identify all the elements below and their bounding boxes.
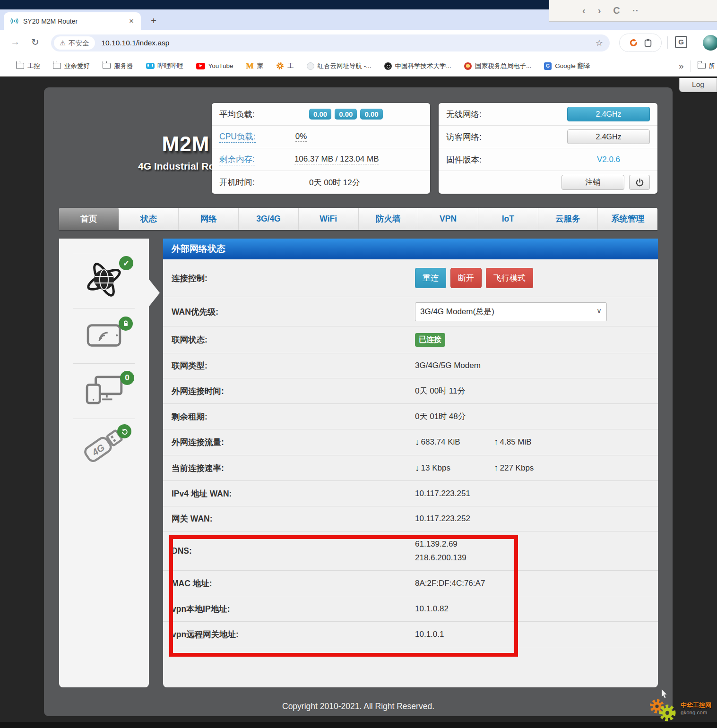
tab-title: SY20 M2M Router [23, 17, 127, 25]
vpn-local-ip-value: 10.1.0.82 [415, 604, 449, 614]
firmware-version-link[interactable]: V2.0.6 [567, 155, 650, 164]
bookmarks-list: 工控 业余爱好 服务器 哔哩哔哩 YouTube M家 工 红杏云网址导航 -.… [0, 61, 679, 71]
sidebar-item-4g-modem[interactable]: 4G [59, 419, 149, 474]
extension-clipboard-icon[interactable] [644, 39, 652, 47]
tab-close-icon[interactable]: × [127, 17, 136, 26]
reload-button[interactable]: ↻ [31, 36, 39, 48]
reconnect-button[interactable]: 重连 [415, 268, 446, 288]
row-gateway-wan: 网关 WAN: 10.117.223.252 [163, 506, 658, 531]
guest-band-button[interactable]: 2.4GHz [567, 129, 650, 144]
main-nav: 首页 状态 网络 3G/4G WiFi 防火墙 VPN IoT 云服务 系统管理 [59, 208, 657, 230]
m-icon: M [246, 61, 254, 71]
extension-orange-icon[interactable] [629, 38, 638, 47]
row-vpn-local-ip: vpn本地IP地址: 10.1.0.82 [163, 596, 658, 622]
translate-toolbar-icon[interactable]: G [675, 36, 687, 48]
speed-down-value: 13 Kbps [421, 463, 450, 473]
lock-badge [119, 317, 133, 331]
youtube-icon [196, 63, 205, 69]
uptime-row: 开机时间: 0天 00时 12分 [212, 171, 430, 194]
lock-icon [122, 320, 129, 327]
logout-button[interactable]: 注销 [562, 175, 624, 190]
translate-icon: G [544, 62, 552, 70]
row-ipv4-wan: IPv4 地址 WAN: 10.117.223.251 [163, 481, 658, 506]
bookmark-tax[interactable]: 国家税务总局电子... [464, 62, 531, 70]
nav-tab-wifi[interactable]: WiFi [299, 208, 359, 230]
clients-count-badge: 0 [120, 371, 134, 385]
free-memory-link[interactable]: 剩余内存: [219, 154, 255, 165]
mouse-cursor-icon [661, 689, 668, 701]
bookmark-all-folder[interactable]: 所 [698, 62, 716, 70]
airplane-mode-button[interactable]: 飞行模式 [486, 268, 533, 288]
bookmark-bilibili[interactable]: 哔哩哔哩 [146, 62, 183, 70]
mac-address-value: 8A:2F:DF:4C:76:A7 [415, 579, 485, 588]
overflow-chevron-icon[interactable]: » [679, 61, 684, 71]
row-wan-traffic: 外网连接流量: ↓683.74 KiB ↑4.85 MiB [163, 429, 658, 455]
nav-tab-cloud[interactable]: 云服务 [538, 208, 598, 230]
nav-tab-firewall[interactable]: 防火墙 [359, 208, 419, 230]
sidebar-item-wifi-device[interactable] [59, 308, 149, 363]
log-button[interactable]: Log [679, 78, 717, 92]
download-arrow-icon: ↓ [415, 463, 420, 473]
extensions-pill [619, 34, 662, 52]
cpu-load-link[interactable]: CPU负载: [219, 131, 256, 143]
lease-remaining-value: 0天 01时 48分 [415, 411, 466, 422]
background-window-fragment: ‹ › C ·· [549, 0, 717, 22]
nav-tab-status[interactable]: 状态 [119, 208, 179, 230]
profile-avatar[interactable] [703, 35, 717, 51]
connection-type-value: 3G/4G/5G Modem [415, 361, 481, 370]
bookmark-star-icon[interactable]: ☆ [596, 38, 603, 48]
disconnect-button[interactable]: 断开 [450, 268, 482, 288]
url-text[interactable]: 10.10.10.1/index.asp [102, 39, 596, 47]
nav-tab-home[interactable]: 首页 [59, 208, 119, 230]
bottom-strip [0, 722, 717, 728]
bookmark-hobby[interactable]: 业余爱好 [53, 62, 90, 70]
forward-button[interactable]: → [10, 36, 20, 47]
bookmark-translate[interactable]: GGoogle 翻译 [544, 62, 590, 70]
load-badge: 0.00 [309, 109, 331, 120]
browser-tab[interactable]: SY20 M2M Router × [4, 12, 141, 30]
phone-wifi-icon [86, 321, 122, 349]
free-memory-row: 剩余内存: 106.37 MB / 123.04 MB [212, 148, 430, 171]
gear-icon [276, 62, 284, 70]
devices-icon [84, 376, 124, 405]
bookmark-home[interactable]: M家 [246, 61, 264, 71]
bookmark-ustc[interactable]: 中国科学技术大学... [384, 62, 451, 70]
wan-priority-select[interactable]: 3G/4G Modem(总是) [415, 302, 607, 321]
nav-tab-network[interactable]: 网络 [179, 208, 239, 230]
connected-status-badge: 已连接 [415, 333, 445, 347]
traffic-down-value: 683.74 KiB [421, 437, 460, 447]
gateway-wan-value: 10.117.223.252 [415, 514, 470, 523]
row-mac-address: MAC 地址: 8A:2F:DF:4C:76:A7 [163, 571, 658, 596]
upload-arrow-icon: ↑ [494, 463, 499, 473]
sidebar-item-internet[interactable]: ✓ [59, 253, 149, 308]
security-chip[interactable]: ⚠ 不安全 [54, 36, 95, 50]
nav-tab-system[interactable]: 系统管理 [598, 208, 657, 230]
row-vpn-remote-gateway: vpn远程网关地址: 10.1.0.1 [163, 622, 658, 647]
bookmark-hongxing[interactable]: 红杏云网址导航 -... [307, 62, 371, 70]
row-dns: DNS: 61.139.2.69 218.6.200.139 [163, 531, 658, 571]
bookmark-youtube[interactable]: YouTube [196, 62, 233, 69]
new-tab-button[interactable]: + [147, 15, 160, 27]
reboot-button[interactable] [629, 175, 650, 190]
bookmark-gongkong[interactable]: 工控 [16, 62, 40, 70]
warning-icon: ⚠ [60, 39, 66, 47]
traffic-up-value: 4.85 MiB [500, 437, 532, 447]
load-badge: 0.00 [360, 109, 382, 120]
row-current-speed: 当前连接速率: ↓13 Kbps ↑227 Kbps [163, 455, 658, 481]
nav-tab-iot[interactable]: IoT [478, 208, 538, 230]
screen: ‹ › C ·· SY20 M2M Router × + — □ → ↻ ⚠ 不… [0, 0, 717, 728]
download-arrow-icon: ↓ [415, 437, 420, 447]
upload-arrow-icon: ↑ [494, 437, 499, 447]
row-lease-remaining: 剩余租期: 0天 01时 48分 [163, 404, 658, 429]
omnibox[interactable]: ⚠ 不安全 10.10.10.1/index.asp ☆ [51, 34, 610, 51]
nav-tab-vpn[interactable]: VPN [418, 208, 478, 230]
wireless-band-button[interactable]: 2.4GHz [567, 107, 650, 121]
bookmark-servers[interactable]: 服务器 [103, 62, 133, 70]
sidebar-item-clients[interactable]: 0 [59, 364, 149, 419]
bookmark-work[interactable]: 工 [276, 62, 294, 70]
row-connection-status: 联网状态: 已连接 [163, 326, 658, 353]
bookmarks-overflow-area: » 所 [679, 60, 717, 72]
reload-icon: C [613, 5, 620, 16]
cpu-load-row: CPU负载: 0% [212, 126, 430, 148]
nav-tab-3g4g[interactable]: 3G/4G [239, 208, 299, 230]
